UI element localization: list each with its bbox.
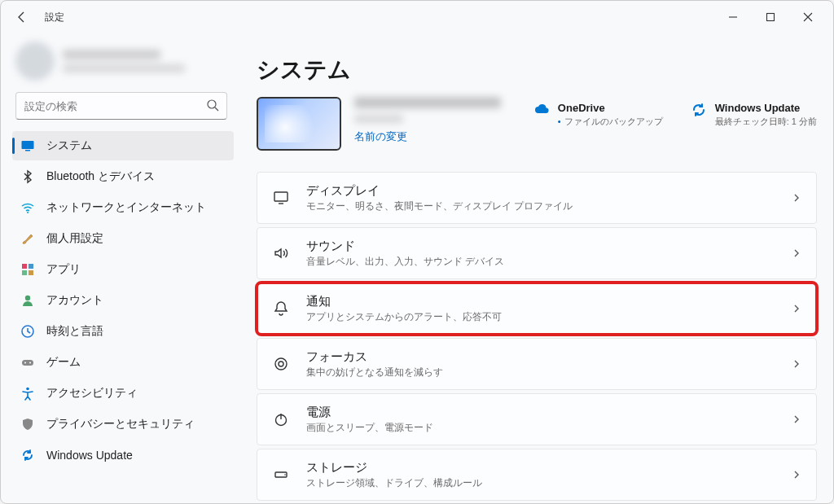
device-thumbnail[interactable] [257,97,341,151]
svg-point-11 [25,296,30,300]
system-hero: 名前の変更 OneDrive •ファイルのバックアップ [257,97,817,151]
svg-rect-1 [767,14,775,21]
card-title: ストレージ [306,460,775,476]
svg-point-16 [26,388,29,391]
nav-privacy[interactable]: プライバシーとセキュリティ [12,410,234,439]
update-title: Windows Update [715,102,817,114]
onedrive-title: OneDrive [558,102,663,114]
card-display[interactable]: ディスプレイモニター、明るさ、夜間モード、ディスプレイ プロファイル [257,172,817,224]
onedrive-sub: ファイルのバックアップ [564,116,663,126]
svg-rect-13 [22,360,33,366]
nav-accessibility[interactable]: アクセシビリティ [12,379,234,408]
shield-icon [20,417,35,432]
nav-personalization[interactable]: 個人用設定 [12,224,234,253]
svg-rect-17 [274,192,288,201]
nav-network[interactable]: ネットワークとインターネット [12,193,234,222]
chevron-right-icon [792,414,801,424]
svg-line-3 [215,107,218,111]
titlebar: 設定 [1,1,833,33]
storage-icon [272,466,290,484]
card-subtitle: 画面とスリープ、電源モード [306,422,775,434]
focus-icon [272,355,290,373]
nav-gaming[interactable]: ゲーム [12,348,234,377]
nav-label: アプリ [46,262,81,277]
svg-rect-4 [22,141,34,149]
svg-point-2 [208,100,216,108]
nav-list: システムBluetooth とデバイスネットワークとインターネット個人用設定アプ… [12,131,234,470]
chevron-right-icon [792,304,801,313]
chevron-right-icon [792,470,801,480]
page-heading: システム [257,55,817,85]
svg-point-24 [284,474,286,476]
card-notifications[interactable]: 通知アプリとシステムからのアラート、応答不可 [257,283,817,335]
card-subtitle: ストレージ領域、ドライブ、構成ルール [306,477,775,489]
nav-apps[interactable]: アプリ [12,255,234,284]
svg-rect-10 [29,270,33,275]
card-subtitle: 集中の妨げとなる通知を減らす [306,366,775,379]
onedrive-pill[interactable]: OneDrive •ファイルのバックアップ [533,102,663,128]
cloud-icon [533,102,550,118]
window-title: 設定 [45,11,64,24]
system-icon [20,138,35,153]
close-button[interactable] [789,4,827,30]
chevron-right-icon [792,193,801,203]
nav-system[interactable]: システム [12,131,234,160]
card-title: サウンド [306,239,775,254]
nav-label: ゲーム [46,355,81,370]
card-storage[interactable]: ストレージストレージ領域、ドライブ、構成ルール [257,449,817,501]
sound-icon [272,244,290,262]
game-icon [20,355,35,370]
svg-point-14 [24,362,26,364]
card-subtitle: 音量レベル、出力、入力、サウンド デバイス [306,256,775,268]
svg-point-15 [29,362,31,364]
card-title: フォーカス [306,349,775,365]
svg-rect-7 [22,264,27,269]
nav-windows-update[interactable]: Windows Update [12,440,234,470]
power-icon [272,410,290,428]
sidebar: システムBluetooth とデバイスネットワークとインターネット個人用設定アプ… [1,33,237,503]
windows-update-pill[interactable]: Windows Update 最終チェック日時: 1 分前 [691,102,817,128]
card-sound[interactable]: サウンド音量レベル、出力、入力、サウンド デバイス [257,227,817,279]
nav-label: アクセシビリティ [46,386,138,401]
update-icon [20,448,35,462]
search-box[interactable] [15,92,227,120]
clock-icon [20,324,35,339]
back-button[interactable] [7,2,37,32]
card-power[interactable]: 電源画面とスリープ、電源モード [257,393,817,445]
person-icon [20,293,35,308]
nav-time-language[interactable]: 時刻と言語 [12,317,234,346]
svg-rect-5 [25,150,30,151]
wifi-icon [20,200,35,215]
minimize-button[interactable] [714,4,752,30]
brush-icon [20,231,35,246]
accessibility-icon [20,386,35,401]
update-sync-icon [691,102,707,118]
nav-label: 個人用設定 [46,231,103,246]
profile-block[interactable] [15,40,227,82]
card-title: 通知 [306,294,775,309]
card-title: 電源 [306,405,775,420]
card-subtitle: モニター、明るさ、夜間モード、ディスプレイ プロファイル [306,200,775,213]
nav-label: アカウント [46,293,103,308]
nav-bluetooth[interactable]: Bluetooth とデバイス [12,162,234,191]
svg-rect-8 [29,264,33,269]
device-name-block [354,97,501,123]
maximize-button[interactable] [752,4,789,30]
settings-window: 設定 システムBluetooth とデ [0,0,834,504]
card-focus[interactable]: フォーカス集中の妨げとなる通知を減らす [257,338,817,390]
display-icon [272,189,290,207]
nav-accounts[interactable]: アカウント [12,286,234,315]
svg-point-6 [27,212,29,213]
nav-label: Windows Update [46,449,133,462]
svg-rect-9 [22,270,27,275]
nav-label: システム [46,138,92,153]
main-content: システム 名前の変更 OneDrive [237,33,833,503]
chevron-right-icon [792,248,801,258]
card-title: ディスプレイ [306,183,775,199]
update-sub: 最終チェック日時: 1 分前 [715,116,817,128]
rename-link[interactable]: 名前の変更 [354,129,501,144]
search-input[interactable] [15,92,227,120]
nav-label: Bluetooth とデバイス [46,169,155,184]
apps-icon [20,262,35,277]
nav-label: 時刻と言語 [46,324,103,339]
